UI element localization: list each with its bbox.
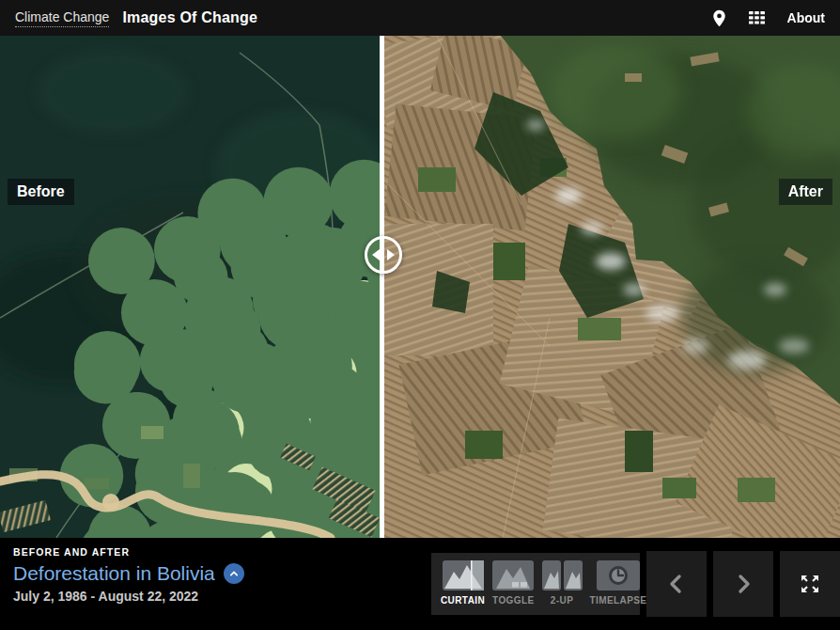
after-image[interactable] <box>381 36 840 538</box>
timelapse-mode-icon <box>597 560 640 591</box>
after-satellite-graphic <box>381 36 840 538</box>
comparison-viewer: Before After <box>0 36 840 538</box>
mode-label-toggle: TOGGLE <box>492 595 534 606</box>
previous-story-button[interactable] <box>646 551 707 617</box>
two-up-mode-icon <box>542 560 583 591</box>
collapse-panel-button[interactable] <box>224 563 244 584</box>
images-of-change-app: Climate Change Images Of Change About <box>0 0 840 630</box>
page-title: Images Of Change <box>122 9 257 26</box>
top-bar: Climate Change Images Of Change About <box>0 0 840 36</box>
breadcrumb-climate-change[interactable]: Climate Change <box>15 9 109 27</box>
chevron-up-icon <box>227 567 241 580</box>
mode-label-curtain: CURTAIN <box>441 595 485 606</box>
chevron-left-icon <box>667 574 686 594</box>
story-title[interactable]: Deforestation in Bolivia <box>13 562 215 585</box>
fullscreen-button[interactable] <box>780 551 840 617</box>
curtain-mode-icon <box>443 560 484 591</box>
chevron-right-icon <box>734 574 753 594</box>
before-image[interactable] <box>0 36 381 538</box>
navigation-controls <box>646 551 840 617</box>
before-label: Before <box>8 179 74 205</box>
mode-button-timelapse[interactable]: TIMELAPSE <box>590 560 647 606</box>
story-kicker: BEFORE AND AFTER <box>13 546 244 558</box>
curtain-divider[interactable] <box>380 36 384 538</box>
toggle-mode-icon <box>492 560 534 591</box>
about-link[interactable]: About <box>787 10 825 25</box>
fullscreen-expand-icon <box>798 572 822 596</box>
curtain-slider-handle[interactable] <box>365 236 402 274</box>
location-pin-icon[interactable] <box>712 9 726 27</box>
before-satellite-graphic <box>0 36 381 538</box>
mode-label-2up: 2-UP <box>551 595 573 606</box>
mode-button-curtain[interactable]: CURTAIN <box>441 560 485 606</box>
apps-grid-icon[interactable] <box>749 11 765 24</box>
story-meta: BEFORE AND AFTER Deforestation in Bolivi… <box>13 546 244 604</box>
mode-label-timelapse: TIMELAPSE <box>590 595 647 606</box>
mode-button-2up[interactable]: 2-UP <box>542 560 583 606</box>
bottom-bar: BEFORE AND AFTER Deforestation in Bolivi… <box>0 538 840 630</box>
mode-button-toggle[interactable]: TOGGLE <box>492 560 534 606</box>
left-right-arrows-icon <box>371 248 396 261</box>
top-bar-actions: About <box>712 9 825 27</box>
after-label: After <box>779 179 832 205</box>
story-date-range: July 2, 1986 - August 22, 2022 <box>13 589 244 604</box>
next-story-button[interactable] <box>713 551 773 617</box>
view-mode-panel: CURTAIN TOGGLE 2-UP <box>431 553 640 615</box>
